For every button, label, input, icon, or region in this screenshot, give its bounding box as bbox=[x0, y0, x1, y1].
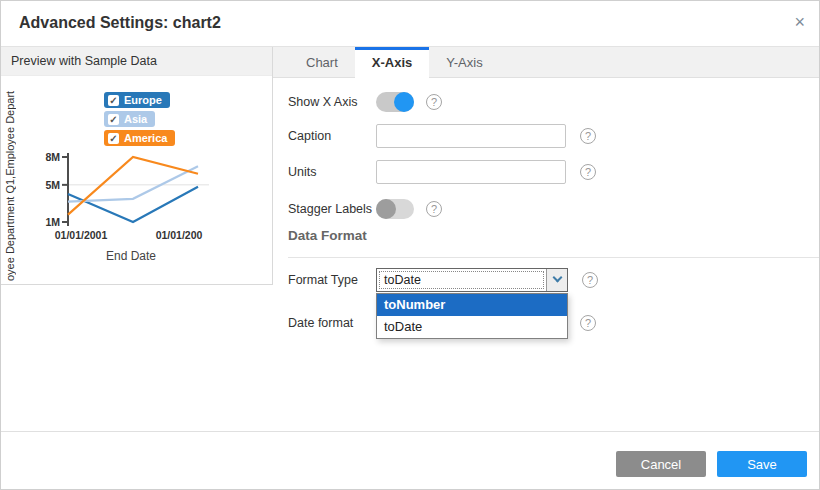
show-x-axis-toggle[interactable] bbox=[376, 92, 414, 112]
preview-header: Preview with Sample Data bbox=[1, 47, 272, 76]
units-input[interactable] bbox=[376, 160, 566, 184]
format-type-options-list: toNumbertoDate bbox=[376, 293, 568, 339]
legend-label: Europe bbox=[124, 94, 162, 106]
help-icon[interactable]: ? bbox=[582, 272, 598, 288]
dialog-header: Advanced Settings: chart2 × bbox=[1, 1, 819, 47]
checkbox-icon: ✓ bbox=[108, 114, 119, 125]
help-icon[interactable]: ? bbox=[426, 94, 442, 110]
tab-x-axis[interactable]: X-Axis bbox=[355, 47, 429, 78]
dialog-footer: Cancel Save bbox=[1, 431, 819, 489]
x-axis-settings-panel: Show X Axis ? Caption ? Units ? Stagger … bbox=[273, 78, 819, 431]
save-button[interactable]: Save bbox=[717, 451, 807, 477]
tab-chart[interactable]: Chart bbox=[289, 47, 355, 77]
stagger-labels-toggle[interactable] bbox=[376, 199, 414, 219]
legend-label: Asia bbox=[124, 113, 147, 125]
toggle-knob bbox=[394, 92, 414, 112]
tab-bar: ChartX-AxisY-Axis bbox=[273, 47, 819, 78]
option-todate[interactable]: toDate bbox=[377, 316, 567, 338]
stagger-labels-row: Stagger Labels ? bbox=[288, 197, 442, 221]
x-axis-title: End Date bbox=[106, 249, 156, 263]
tab-y-axis[interactable]: Y-Axis bbox=[429, 47, 499, 77]
series-line-europe bbox=[68, 187, 198, 222]
date-format-label: Date format bbox=[288, 316, 376, 330]
caption-input[interactable] bbox=[376, 124, 566, 148]
cancel-button[interactable]: Cancel bbox=[616, 451, 706, 477]
chevron-down-icon[interactable] bbox=[546, 269, 567, 291]
format-type-select[interactable]: toDate bbox=[376, 268, 568, 292]
units-label: Units bbox=[288, 165, 376, 179]
option-tonumber[interactable]: toNumber bbox=[377, 294, 567, 316]
section-divider bbox=[288, 257, 819, 258]
dialog-title: Advanced Settings: chart2 bbox=[19, 14, 221, 32]
checkbox-icon: ✓ bbox=[108, 133, 119, 144]
format-type-value: toDate bbox=[384, 273, 421, 287]
legend-label: America bbox=[124, 132, 167, 144]
caption-row: Caption ? bbox=[288, 124, 596, 148]
checkbox-icon: ✓ bbox=[108, 95, 119, 106]
units-row: Units ? bbox=[288, 160, 596, 184]
data-format-section-title: Data Format bbox=[288, 228, 367, 243]
preview-panel: Preview with Sample Data oyee Department… bbox=[1, 47, 273, 285]
preview-chart: 8M5M1M01/01/200101/01/200End Date bbox=[28, 147, 240, 273]
advanced-settings-dialog: Advanced Settings: chart2 × Preview with… bbox=[0, 0, 820, 490]
y-tick-label: 1M bbox=[45, 216, 60, 228]
format-type-row: Format Type toDate ? bbox=[288, 268, 598, 292]
close-icon[interactable]: × bbox=[794, 12, 805, 32]
y-tick-label: 8M bbox=[45, 151, 60, 163]
show-x-axis-row: Show X Axis ? bbox=[288, 90, 442, 114]
help-icon[interactable]: ? bbox=[580, 164, 596, 180]
y-axis-label: oyee Department Q1,Employee Depart bbox=[4, 87, 16, 281]
toggle-knob bbox=[376, 199, 396, 219]
format-type-label: Format Type bbox=[288, 273, 376, 287]
caption-label: Caption bbox=[288, 129, 376, 143]
help-icon[interactable]: ? bbox=[426, 201, 442, 217]
legend-item-europe[interactable]: ✓Europe bbox=[104, 92, 170, 108]
show-x-axis-label: Show X Axis bbox=[288, 95, 376, 109]
y-tick-label: 5M bbox=[45, 179, 60, 191]
x-tick-label: 01/01/200 bbox=[156, 229, 203, 241]
stagger-labels-label: Stagger Labels bbox=[288, 202, 376, 216]
series-line-america bbox=[68, 157, 198, 215]
x-tick-label: 01/01/2001 bbox=[55, 229, 108, 241]
help-icon[interactable]: ? bbox=[580, 315, 596, 331]
legend-item-asia[interactable]: ✓Asia bbox=[104, 111, 155, 127]
chart-legend: ✓Europe✓Asia✓America bbox=[104, 92, 175, 146]
legend-item-america[interactable]: ✓America bbox=[104, 130, 175, 146]
help-icon[interactable]: ? bbox=[580, 128, 596, 144]
